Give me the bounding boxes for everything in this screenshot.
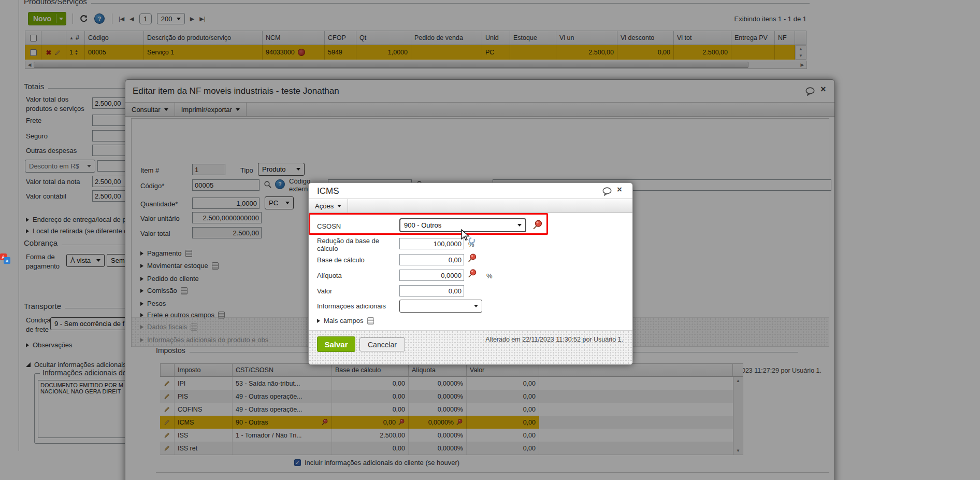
icms-info-select[interactable] xyxy=(399,300,482,313)
aliquota-label: Alíquota xyxy=(317,272,342,279)
aliquota-pct: % xyxy=(486,272,493,280)
translate-icon[interactable]: A a xyxy=(0,253,11,265)
valor-input[interactable]: 0,00 xyxy=(399,285,464,297)
section-form-icon xyxy=(367,317,374,324)
icms-alterado-text: Alterado em 22/11/2023 11:30:52 por Usuá… xyxy=(485,336,623,343)
reducao-input[interactable]: 100,0000 xyxy=(399,238,464,249)
icms-salvar-button[interactable]: Salvar xyxy=(317,336,355,352)
comment-bubble-icon[interactable] xyxy=(602,187,612,196)
mais-campos-link[interactable]: Mais campos xyxy=(317,317,374,324)
valor-label: Valor xyxy=(317,287,332,295)
icms-cancelar-button[interactable]: Cancelar xyxy=(359,337,405,351)
app-page: Produtos/Serviços Novo ? |◀ ◀ 1 200 ▶ xyxy=(0,0,980,480)
menu-acoes[interactable]: Ações xyxy=(309,199,348,213)
csosn-annotation-box xyxy=(309,213,548,235)
close-icon[interactable]: × xyxy=(617,185,622,195)
base-pin-icon[interactable] xyxy=(467,253,477,263)
mouse-cursor xyxy=(461,229,477,245)
aliquota-pin-icon[interactable] xyxy=(467,269,477,279)
icms-menubar: Ações xyxy=(309,199,632,213)
aliquota-input[interactable]: 0,0000 xyxy=(399,270,464,281)
icms-modal: ICMS × Ações CSOSN 900 - Outros Redução … xyxy=(308,182,633,365)
icms-modal-title: ICMS xyxy=(317,186,339,196)
base-input[interactable]: 0,00 xyxy=(399,254,464,265)
icms-info-label: Informações adicionais xyxy=(317,302,386,310)
base-label: Base de cálculo xyxy=(317,256,365,264)
reducao-label: Redução da base de cálculo xyxy=(317,237,395,252)
